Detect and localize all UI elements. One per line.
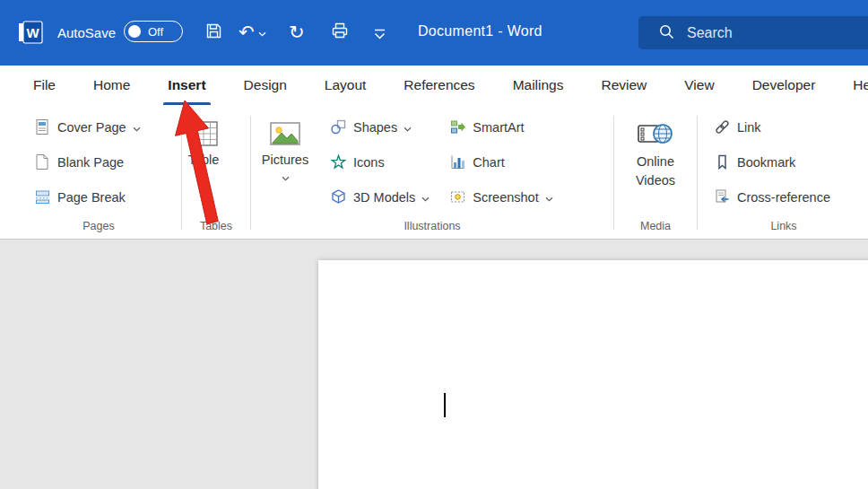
blank-page-button[interactable]: Blank Page bbox=[30, 144, 176, 179]
bookmark-button[interactable]: Bookmark bbox=[710, 144, 864, 179]
title-bar: W AutoSave Off ↶ ↻ bbox=[0, 0, 868, 65]
screenshot-icon bbox=[449, 188, 466, 205]
document-area bbox=[0, 240, 868, 489]
page-break-label: Page Break bbox=[57, 190, 126, 205]
word-app-icon[interactable]: W bbox=[18, 20, 43, 45]
cover-page-icon bbox=[34, 118, 51, 135]
tab-layout[interactable]: Layout bbox=[306, 65, 386, 105]
chevron-down-icon bbox=[133, 120, 141, 135]
bookmark-icon bbox=[714, 153, 731, 170]
ribbon-group-illustrations: Pictures Shapes bbox=[256, 105, 608, 239]
tab-mailings[interactable]: Mailings bbox=[494, 65, 583, 105]
search-icon bbox=[658, 23, 674, 43]
chart-icon bbox=[449, 153, 466, 170]
ribbon: Cover Page Blank Page bbox=[0, 105, 868, 240]
online-videos-button[interactable]: Online Videos bbox=[620, 105, 691, 190]
group-separator bbox=[250, 116, 251, 230]
undo-button[interactable]: ↶ bbox=[239, 21, 266, 44]
pictures-icon bbox=[268, 118, 302, 150]
icons-button[interactable]: Icons bbox=[326, 144, 433, 179]
annotation-arrow bbox=[161, 94, 224, 229]
3d-models-label: 3D Models bbox=[353, 190, 415, 205]
autosave-toggle-knob bbox=[128, 25, 141, 38]
print-button[interactable] bbox=[330, 21, 350, 44]
annotation-arrow-shape bbox=[176, 100, 219, 223]
link-label: Link bbox=[737, 120, 761, 135]
cross-reference-button[interactable]: Cross-reference bbox=[710, 179, 864, 214]
text-cursor bbox=[444, 393, 446, 417]
shapes-button[interactable]: Shapes bbox=[326, 109, 433, 144]
ribbon-tab-bar: File Home Insert Design Layout Reference… bbox=[0, 65, 868, 105]
smartart-button[interactable]: SmartArt bbox=[446, 109, 556, 144]
chevron-down-icon bbox=[282, 170, 290, 184]
screenshot-label: Screenshot bbox=[473, 190, 538, 205]
autosave-toggle[interactable]: Off bbox=[124, 21, 183, 42]
smartart-label: SmartArt bbox=[473, 120, 524, 135]
blank-page-label: Blank Page bbox=[57, 155, 124, 170]
save-button[interactable] bbox=[204, 21, 223, 44]
chevron-down-icon bbox=[404, 120, 412, 135]
link-icon bbox=[714, 118, 731, 135]
word-window: W AutoSave Off ↶ ↻ bbox=[0, 0, 868, 489]
print-icon bbox=[330, 21, 350, 44]
cover-page-label: Cover Page bbox=[57, 120, 126, 135]
3d-models-icon bbox=[330, 188, 347, 205]
3d-models-button[interactable]: 3D Models bbox=[326, 179, 433, 214]
svg-text:W: W bbox=[26, 25, 39, 40]
document-title: Document1 - Word bbox=[418, 23, 542, 39]
page-break-button[interactable]: Page Break bbox=[30, 179, 176, 214]
blank-page-icon bbox=[34, 153, 51, 170]
tab-review[interactable]: Review bbox=[582, 65, 665, 105]
undo-icon: ↶ bbox=[239, 23, 255, 42]
search-box[interactable]: Search bbox=[638, 16, 868, 49]
icons-icon bbox=[330, 153, 347, 170]
ribbon-group-media: Online Videos Media bbox=[620, 105, 691, 239]
pictures-label: Pictures bbox=[262, 153, 308, 167]
group-separator bbox=[613, 116, 614, 230]
smartart-icon bbox=[449, 118, 466, 135]
pictures-button[interactable]: Pictures bbox=[256, 105, 314, 214]
autosave-state-label: Off bbox=[148, 25, 163, 39]
cross-reference-label: Cross-reference bbox=[737, 190, 830, 205]
chevron-down-icon bbox=[545, 190, 553, 205]
tab-file[interactable]: File bbox=[14, 65, 74, 105]
screenshot-button[interactable]: Screenshot bbox=[446, 179, 556, 214]
document-page[interactable] bbox=[318, 260, 868, 489]
autosave-label: AutoSave bbox=[57, 25, 116, 40]
tab-references[interactable]: References bbox=[385, 65, 493, 105]
shapes-icon bbox=[330, 118, 347, 135]
chart-button[interactable]: Chart bbox=[446, 144, 556, 179]
redo-button[interactable]: ↻ bbox=[289, 21, 305, 44]
group-label-media: Media bbox=[620, 220, 691, 232]
tab-developer[interactable]: Developer bbox=[733, 65, 835, 105]
cover-page-button[interactable]: Cover Page bbox=[30, 109, 176, 144]
cross-reference-icon bbox=[714, 188, 731, 205]
tab-view[interactable]: View bbox=[665, 65, 733, 105]
search-label: Search bbox=[687, 25, 733, 41]
customize-quick-access-icon bbox=[373, 29, 386, 45]
link-button[interactable]: Link bbox=[710, 109, 864, 144]
redo-icon: ↻ bbox=[289, 23, 305, 42]
customize-quick-access-button[interactable] bbox=[373, 25, 386, 48]
group-label-links: Links bbox=[703, 220, 864, 232]
tab-home[interactable]: Home bbox=[74, 65, 149, 105]
chevron-down-icon bbox=[421, 190, 430, 205]
page-break-icon bbox=[34, 188, 51, 205]
ribbon-group-links: Link Bookmark bbox=[703, 105, 864, 239]
group-label-pages: Pages bbox=[22, 220, 176, 232]
online-videos-label: Online Videos bbox=[631, 153, 680, 190]
ribbon-group-pages: Cover Page Blank Page bbox=[22, 105, 176, 239]
tab-design[interactable]: Design bbox=[225, 65, 306, 105]
online-videos-icon bbox=[637, 118, 674, 150]
shapes-label: Shapes bbox=[353, 120, 397, 135]
bookmark-label: Bookmark bbox=[737, 155, 795, 170]
tab-help[interactable]: Help bbox=[834, 65, 868, 105]
save-icon bbox=[204, 22, 223, 44]
icons-label: Icons bbox=[353, 155, 385, 170]
chevron-down-icon bbox=[258, 24, 266, 40]
group-separator bbox=[697, 116, 698, 230]
chart-label: Chart bbox=[473, 155, 504, 170]
group-label-illustrations: Illustrations bbox=[256, 220, 608, 232]
